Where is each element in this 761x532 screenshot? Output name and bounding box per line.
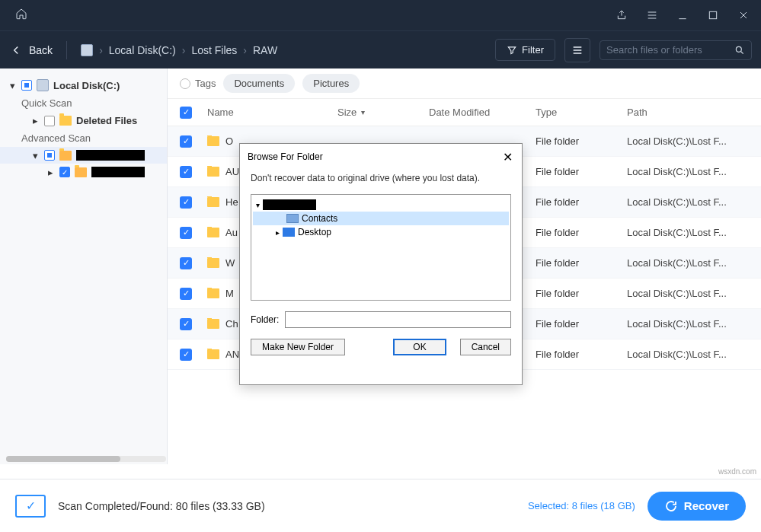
ok-button[interactable]: OK xyxy=(393,339,446,355)
deleted-files-label: Deleted Files xyxy=(76,115,137,126)
folder-icon xyxy=(207,167,219,177)
search-icon[interactable] xyxy=(734,44,745,56)
recover-button[interactable]: Recover xyxy=(647,492,746,521)
redacted-label xyxy=(91,167,145,177)
dialog-message: Don't recover data to original drive (wh… xyxy=(240,170,522,191)
tag-icon xyxy=(180,78,190,89)
disk-icon xyxy=(37,79,49,91)
tree-item-child[interactable]: ▸ ✓ xyxy=(0,164,167,180)
scan-complete-icon: ✓ xyxy=(15,495,46,518)
minimize-button[interactable] xyxy=(671,4,694,27)
tagbar: Tags Documents Pictures xyxy=(168,68,761,99)
recover-label: Recover xyxy=(684,499,729,512)
row-path: Local Disk(C:)\Lost F... xyxy=(627,349,749,360)
tree-item-deleted-files[interactable]: ▸ Deleted Files xyxy=(0,112,167,129)
folder-icon xyxy=(59,151,72,161)
chevron-right-icon[interactable]: ▸ xyxy=(276,228,280,237)
col-size[interactable]: Size ▾ xyxy=(337,107,429,118)
row-checkbox[interactable]: ✓ xyxy=(180,257,192,269)
chevron-down-icon[interactable]: ▾ xyxy=(256,201,260,209)
col-date[interactable]: Date Modified xyxy=(429,107,536,118)
folder-icon xyxy=(207,228,219,237)
row-checkbox[interactable]: ✓ xyxy=(180,196,192,209)
col-type[interactable]: Type xyxy=(536,107,627,118)
back-button[interactable]: Back xyxy=(9,43,53,57)
breadcrumb: › Local Disk(C:) › Lost Files › RAW xyxy=(81,44,277,56)
dialog-title: Browse For Folder xyxy=(248,151,323,162)
chevron-right-icon[interactable]: ▸ xyxy=(30,116,40,126)
dialog-folder-tree[interactable]: ▾ Contacts ▸ Desktop xyxy=(251,194,511,301)
folder-icon xyxy=(207,258,219,268)
row-type: File folder xyxy=(536,349,627,360)
folder-icon xyxy=(207,349,219,359)
tree-item-advanced[interactable]: ▾ xyxy=(0,147,167,164)
menu-icon[interactable] xyxy=(641,4,663,27)
chevron-down-icon[interactable]: ▾ xyxy=(8,81,17,90)
cancel-button[interactable]: Cancel xyxy=(460,339,511,355)
tag-documents[interactable]: Documents xyxy=(223,74,295,93)
dialog-close-button[interactable]: ✕ xyxy=(500,150,514,164)
row-checkbox[interactable]: ✓ xyxy=(180,135,192,148)
redacted-label xyxy=(76,150,145,161)
row-type: File folder xyxy=(536,227,627,238)
view-list-button[interactable] xyxy=(564,38,590,62)
row-checkbox[interactable]: ✓ xyxy=(180,227,192,239)
tree-label: Contacts xyxy=(302,213,337,224)
checkbox-partial[interactable] xyxy=(21,80,32,91)
tree-root-label: Local Disk(C:) xyxy=(53,80,120,91)
make-new-folder-button[interactable]: Make New Folder xyxy=(251,339,345,355)
tree-item[interactable]: ▾ xyxy=(253,198,509,212)
row-checkbox[interactable]: ✓ xyxy=(180,166,192,178)
sidebar-scrollbar[interactable] xyxy=(6,456,166,462)
row-checkbox[interactable]: ✓ xyxy=(180,288,192,300)
chevron-right-icon[interactable]: ▸ xyxy=(46,167,55,177)
row-type: File folder xyxy=(536,288,627,299)
col-name[interactable]: Name xyxy=(207,107,337,118)
scrollbar-thumb[interactable] xyxy=(6,456,120,462)
tree-item-contacts[interactable]: Contacts xyxy=(253,212,509,225)
contacts-icon xyxy=(286,214,299,223)
close-button[interactable] xyxy=(732,4,755,27)
row-path: Local Disk(C:)\Lost F... xyxy=(627,166,749,177)
checkbox-checked[interactable]: ✓ xyxy=(59,167,70,177)
row-checkbox[interactable]: ✓ xyxy=(180,318,192,330)
search-input[interactable] xyxy=(606,44,734,56)
maximize-button[interactable] xyxy=(702,4,724,27)
folder-icon xyxy=(207,288,219,298)
filter-button[interactable]: Filter xyxy=(495,39,555,61)
checkbox-partial[interactable] xyxy=(44,150,55,161)
row-path: Local Disk(C:)\Lost F... xyxy=(627,288,749,299)
breadcrumb-item[interactable]: Lost Files xyxy=(191,44,237,56)
footer: ✓ Scan Completed/Found: 80 files (33.33 … xyxy=(0,479,761,532)
share-icon[interactable] xyxy=(610,4,633,27)
row-type: File folder xyxy=(536,318,627,330)
checkbox[interactable] xyxy=(44,116,55,126)
selection-status: Selected: 8 files (18 GB) xyxy=(528,500,635,511)
divider xyxy=(66,41,67,59)
svg-point-1 xyxy=(736,46,741,52)
sort-desc-icon: ▾ xyxy=(361,108,365,116)
watermark: wsxdn.com xyxy=(718,467,756,476)
back-label: Back xyxy=(29,44,53,56)
toolbar: Back › Local Disk(C:) › Lost Files › RAW… xyxy=(0,30,761,68)
row-checkbox[interactable]: ✓ xyxy=(180,349,192,361)
col-path[interactable]: Path xyxy=(627,107,749,118)
titlebar xyxy=(0,0,761,30)
column-headers: ✓ Name Size ▾ Date Modified Type Path xyxy=(168,99,761,126)
chevron-down-icon[interactable]: ▾ xyxy=(30,151,40,160)
tree-item-desktop[interactable]: ▸ Desktop xyxy=(253,225,509,239)
tree-root[interactable]: ▾ Local Disk(C:) xyxy=(0,76,167,94)
row-type: File folder xyxy=(536,166,627,177)
search-box[interactable] xyxy=(600,40,752,60)
tag-pictures[interactable]: Pictures xyxy=(302,74,360,93)
breadcrumb-item[interactable]: RAW xyxy=(253,44,277,56)
row-path: Local Disk(C:)\Lost F... xyxy=(627,227,749,238)
select-all-checkbox[interactable]: ✓ xyxy=(180,107,192,119)
home-icon[interactable] xyxy=(15,8,27,23)
folder-path-input[interactable] xyxy=(285,311,511,328)
desktop-icon xyxy=(283,228,295,237)
filter-label: Filter xyxy=(522,44,544,56)
browse-folder-dialog: Browse For Folder ✕ Don't recover data t… xyxy=(239,143,523,385)
breadcrumb-item[interactable]: Local Disk(C:) xyxy=(109,44,176,56)
tree-label: Desktop xyxy=(298,227,331,237)
